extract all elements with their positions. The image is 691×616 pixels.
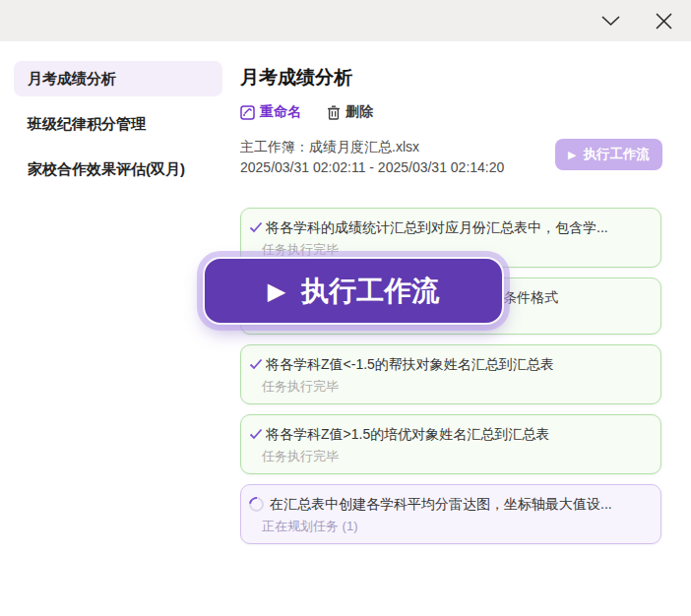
window-titlebar (0, 0, 691, 41)
task-title-line: 将各学科Z值<-1.5的帮扶对象姓名汇总到汇总表 (249, 355, 649, 374)
run-workflow-label: 执行工作流 (584, 146, 651, 163)
task-title-line: 置条件格式 (489, 288, 649, 307)
task-title-line: 在汇总表中创建各学科平均分雷达图，坐标轴最大值设... (249, 495, 649, 514)
task-card[interactable]: 将各学科Z值<-1.5的帮扶对象姓名汇总到汇总表任务执行完毕 (240, 344, 661, 404)
task-title-line: 将各学科的成绩统计汇总到对应月份汇总表中，包含学... (249, 218, 649, 237)
task-text: 将各学科Z值<-1.5的帮扶对象姓名汇总到汇总表 (266, 355, 554, 374)
rename-button[interactable]: 重命名 (240, 103, 301, 121)
check-icon (249, 357, 263, 371)
action-row: 重命名 删除 (240, 103, 661, 121)
task-text: 将各学科Z值>1.5的培优对象姓名汇总到汇总表 (266, 425, 549, 444)
rename-label: 重命名 (260, 103, 301, 121)
sidebar-item[interactable]: 月考成绩分析 (14, 61, 222, 96)
edit-icon (240, 105, 255, 120)
run-workflow-overlay-button[interactable]: ▶ 执行工作流 (203, 257, 504, 325)
page-title: 月考成绩分析 (240, 65, 661, 91)
check-icon (249, 220, 263, 234)
trash-icon (327, 105, 341, 120)
sidebar-item[interactable]: 班级纪律积分管理 (14, 106, 222, 142)
chevron-down-icon (601, 16, 620, 27)
close-icon (656, 13, 672, 30)
delete-button[interactable]: 删除 (327, 103, 373, 121)
sidebar-item[interactable]: 家校合作效果评估(双月) (14, 152, 222, 187)
sidebar-item-label: 月考成绩分析 (28, 70, 116, 89)
spinner-icon (246, 494, 267, 515)
overlay-run-workflow-label: 执行工作流 (301, 273, 439, 310)
check-icon (249, 427, 263, 441)
task-text: 在汇总表中创建各学科平均分雷达图，坐标轴最大值设... (270, 495, 612, 514)
task-card[interactable]: 将各学科Z值>1.5的培优对象姓名汇总到汇总表任务执行完毕 (240, 414, 661, 474)
task-text: 将各学科的成绩统计汇总到对应月份汇总表中，包含学... (266, 218, 608, 237)
play-icon: ▶ (568, 150, 576, 160)
collapse-window-button[interactable] (598, 9, 622, 32)
delete-label: 删除 (346, 103, 373, 121)
task-status-text: 任务执行完毕 (262, 378, 649, 396)
sidebar-item-label: 家校合作效果评估(双月) (28, 160, 185, 179)
close-window-button[interactable] (652, 9, 675, 32)
task-status-text: 任务执行完毕 (262, 448, 649, 465)
sidebar: 月考成绩分析班级纪律积分管理家校合作效果评估(双月) (0, 41, 236, 554)
play-icon: ▶ (268, 279, 285, 303)
task-status-text: 正在规划任务 (1) (262, 518, 649, 535)
run-workflow-button[interactable]: ▶ 执行工作流 (555, 139, 662, 170)
task-card[interactable]: 在汇总表中创建各学科平均分雷达图，坐标轴最大值设...正在规划任务 (1) (240, 484, 661, 544)
sidebar-item-label: 班级纪律积分管理 (28, 115, 146, 134)
task-title-line: 将各学科Z值>1.5的培优对象姓名汇总到汇总表 (249, 425, 649, 444)
